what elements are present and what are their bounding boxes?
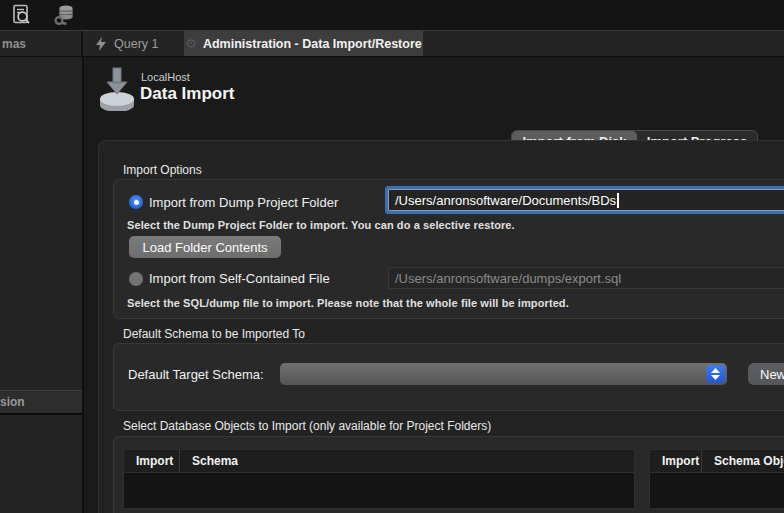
database-admin-icon[interactable] [51, 3, 77, 27]
default-schema-label: Default Schema to be Imported To [123, 327, 305, 341]
schemas-table-header: Import Schema [124, 450, 634, 473]
self-contained-radio-label[interactable]: Import from Self-Contained File [149, 271, 330, 286]
tab-query-1[interactable]: Query 1 [85, 31, 184, 56]
data-import-page: LocalHost Data Import Import from Disk I… [84, 57, 784, 513]
schemas-table[interactable]: Import Schema [123, 449, 635, 509]
dropdown-stepper-icon [706, 365, 725, 383]
objects-import-column-header: Import [650, 450, 701, 472]
schema-objects-table[interactable]: Import Schema Objects [649, 449, 784, 509]
dump-folder-input-value: /Users/anronsoftware/Documents/BDs [395, 193, 616, 208]
tab-administration-label: Administration - Data Import/Restore [203, 37, 422, 51]
import-options-group: Import from Dump Project Folder /Users/a… [113, 179, 784, 319]
lightning-icon [96, 37, 106, 51]
import-panel: Import Options Import from Dump Project … [98, 140, 784, 513]
sidebar-section-schemas[interactable]: mas [0, 31, 83, 56]
select-objects-label: Select Database Objects to Import (only … [123, 419, 491, 433]
load-folder-contents-button[interactable]: Load Folder Contents [129, 236, 281, 258]
editor-tabbar: mas Query 1 ⚙ Administration - Data Impo… [0, 30, 784, 57]
file-help-text: Select the SQL/dump file to import. Plea… [127, 297, 569, 309]
schema-objects-table-header: Import Schema Objects [650, 450, 784, 473]
main-toolbar [0, 0, 784, 30]
import-options-label: Import Options [123, 163, 202, 177]
app-window: mas Query 1 ⚙ Administration - Data Impo… [0, 0, 784, 513]
connection-name: LocalHost [141, 71, 190, 83]
gear-icon: ⚙ [185, 36, 197, 51]
page-title: Data Import [140, 84, 234, 104]
sidebar-section-session[interactable]: sion [0, 390, 82, 415]
text-caret [617, 193, 619, 208]
tab-query-1-label: Query 1 [114, 37, 158, 51]
new-schema-button[interactable]: New... [748, 363, 784, 385]
schema-inspector-icon[interactable] [9, 3, 35, 27]
default-target-schema-label: Default Target Schema: [128, 367, 264, 382]
self-contained-radio[interactable] [129, 272, 143, 286]
objects-schema-objects-column-header: Schema Objects [701, 450, 784, 472]
data-import-icon [97, 65, 137, 115]
schemas-import-column-header: Import [124, 450, 179, 472]
folder-help-text: Select the Dump Project Folder to import… [127, 219, 515, 231]
tab-administration-data-import[interactable]: ⚙ Administration - Data Import/Restore [184, 31, 423, 56]
default-schema-group: Default Target Schema: New... [113, 343, 784, 411]
objects-group: Import Schema Import Schema Objects [113, 436, 784, 513]
self-contained-file-value: /Users/anronsoftware/dumps/export.sql [395, 271, 621, 286]
folder-radio[interactable] [129, 195, 143, 209]
left-sidebar: sion [0, 57, 84, 513]
folder-radio-label[interactable]: Import from Dump Project Folder [149, 195, 338, 210]
default-target-schema-dropdown[interactable] [280, 363, 727, 385]
self-contained-file-input[interactable]: /Users/anronsoftware/dumps/export.sql [388, 267, 784, 289]
dump-folder-input[interactable]: /Users/anronsoftware/Documents/BDs [388, 189, 784, 211]
schemas-schema-column-header: Schema [179, 450, 494, 472]
